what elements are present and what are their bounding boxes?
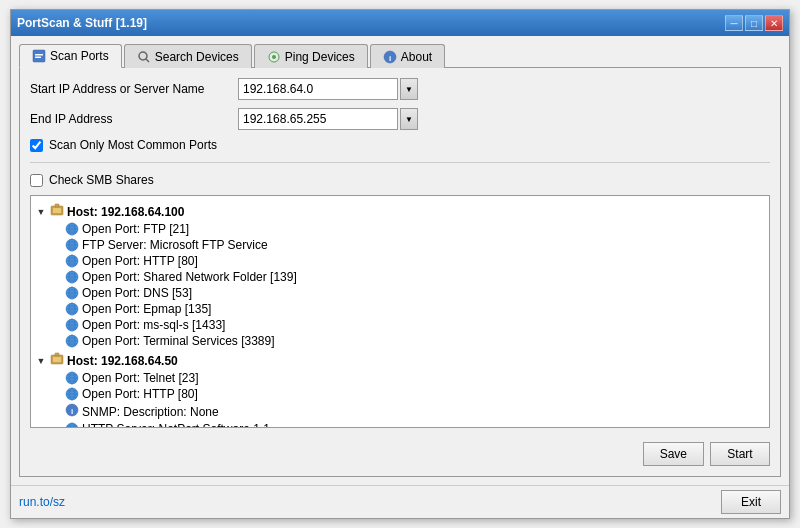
tab-panel-scan-ports: Start IP Address or Server Name ▼ End IP… [19,67,781,477]
host-item-1: ▼ Host: 192.168.64.100 [35,202,765,221]
svg-rect-0 [33,50,45,62]
save-button[interactable]: Save [643,442,704,466]
main-window: PortScan & Stuff [1.19] ─ □ ✕ Scan Ports [10,9,790,519]
scan-ports-icon [32,49,46,63]
tree-child-1-7: Open Port: ms-sql-s [1433] [35,317,765,333]
tab-ping-devices[interactable]: Ping Devices [254,44,368,68]
window-title: PortScan & Stuff [1.19] [17,16,147,30]
maximize-button[interactable]: □ [745,15,763,31]
svg-rect-1 [35,54,43,56]
child-label-1-4: Open Port: Shared Network Folder [139] [82,270,297,284]
child-label-1-1: Open Port: FTP [21] [82,222,189,236]
child-label-2-1: Open Port: Telnet [23] [82,371,199,385]
end-ip-input[interactable] [238,108,398,130]
tree-child-2-3: i SNMP: Description: None [35,402,765,421]
host-icon-2 [50,352,64,369]
tab-about-label: About [401,50,432,64]
svg-point-3 [139,52,147,60]
globe-icon [65,254,79,268]
tab-scan-ports[interactable]: Scan Ports [19,44,122,68]
search-devices-icon [137,50,151,64]
divider-1 [30,162,770,163]
footer-bar: run.to/sz Exit [11,485,789,518]
action-bar: Save Start [30,442,770,466]
svg-rect-54 [55,353,59,356]
footer-link[interactable]: run.to/sz [19,495,65,509]
tree-child-1-2: FTP Server: Microsoft FTP Service [35,237,765,253]
host-icon-1 [50,203,64,220]
start-ip-dropdown-btn[interactable]: ▼ [400,78,418,100]
end-ip-label: End IP Address [30,112,230,126]
svg-line-4 [146,59,149,62]
child-label-2-3: SNMP: Description: None [82,405,219,419]
globe-icon [65,222,79,236]
check-smb-row: Check SMB Shares [30,173,770,187]
child-label-1-2: FTP Server: Microsoft FTP Service [82,238,268,252]
tab-ping-devices-label: Ping Devices [285,50,355,64]
globe-icon [65,238,79,252]
child-label-1-8: Open Port: Terminal Services [3389] [82,334,275,348]
tree-child-1-4: Open Port: Shared Network Folder [139] [35,269,765,285]
check-smb-label: Check SMB Shares [49,173,154,187]
tab-search-devices-label: Search Devices [155,50,239,64]
scan-common-ports-label: Scan Only Most Common Ports [49,138,217,152]
host-item-2: ▼ Host: 192.168.64.50 [35,351,765,370]
start-ip-row: Start IP Address or Server Name ▼ [30,78,770,100]
end-ip-dropdown-btn[interactable]: ▼ [400,108,418,130]
about-icon: i [383,50,397,64]
window-controls: ─ □ ✕ [725,15,783,31]
minimize-button[interactable]: ─ [725,15,743,31]
child-label-2-4: HTTP Server: NetPort Software 1.1 [82,422,270,428]
svg-text:i: i [389,53,391,62]
tree-child-1-3: Open Port: HTTP [80] [35,253,765,269]
start-ip-input[interactable] [238,78,398,100]
start-button[interactable]: Start [710,442,770,466]
end-ip-row: End IP Address ▼ [30,108,770,130]
host-label-1: Host: 192.168.64.100 [67,205,184,219]
svg-text:i: i [71,407,73,416]
tree-child-2-2: Open Port: HTTP [80] [35,386,765,402]
tree-toggle-1[interactable]: ▼ [35,206,47,218]
check-smb-checkbox[interactable] [30,174,43,187]
tab-about[interactable]: i About [370,44,445,68]
tree-toggle-2[interactable]: ▼ [35,355,47,367]
info-icon: i [65,403,79,420]
svg-rect-11 [55,204,59,207]
scan-common-ports-checkbox[interactable] [30,139,43,152]
results-tree[interactable]: ▼ Host: 192.168.64.100 [30,195,770,428]
tree-child-1-6: Open Port: Epmap [135] [35,301,765,317]
child-label-1-6: Open Port: Epmap [135] [82,302,211,316]
svg-point-67 [66,423,78,428]
svg-rect-2 [35,57,41,59]
end-ip-wrapper: ▼ [238,108,418,130]
host-label-2: Host: 192.168.64.50 [67,354,178,368]
globe-icon [65,422,79,428]
child-label-2-2: Open Port: HTTP [80] [82,387,198,401]
tree-child-1-5: Open Port: DNS [53] [35,285,765,301]
child-label-1-7: Open Port: ms-sql-s [1433] [82,318,225,332]
svg-point-6 [272,55,276,59]
svg-rect-53 [53,357,61,362]
exit-button[interactable]: Exit [721,490,781,514]
content-area: Scan Ports Search Devices [11,36,789,485]
globe-icon [65,270,79,284]
start-ip-label: Start IP Address or Server Name [30,82,230,96]
globe-icon [65,371,79,385]
child-label-1-5: Open Port: DNS [53] [82,286,192,300]
globe-icon [65,318,79,332]
action-buttons: Save Start [643,442,770,466]
tab-scan-ports-label: Scan Ports [50,49,109,63]
ping-devices-icon [267,50,281,64]
scan-common-ports-row: Scan Only Most Common Ports [30,138,770,152]
tree-child-2-1: Open Port: Telnet [23] [35,370,765,386]
tab-search-devices[interactable]: Search Devices [124,44,252,68]
tree-child-1-8: Open Port: Terminal Services [3389] [35,333,765,349]
globe-icon [65,334,79,348]
tree-child-1-1: Open Port: FTP [21] [35,221,765,237]
child-label-1-3: Open Port: HTTP [80] [82,254,198,268]
close-button[interactable]: ✕ [765,15,783,31]
globe-icon [65,302,79,316]
globe-icon [65,286,79,300]
title-bar: PortScan & Stuff [1.19] ─ □ ✕ [11,10,789,36]
tab-bar: Scan Ports Search Devices [19,44,781,68]
